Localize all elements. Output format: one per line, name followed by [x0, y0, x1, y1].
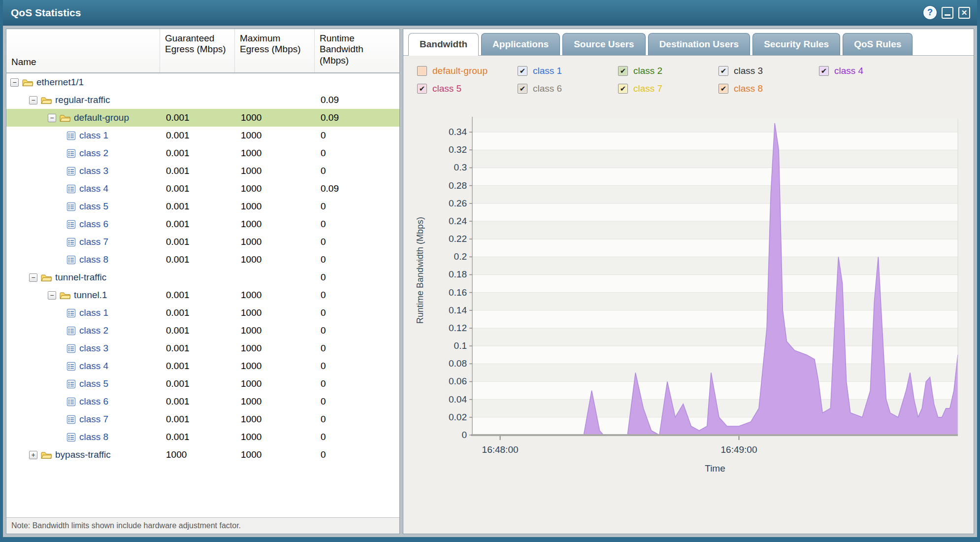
- tab-destination-users[interactable]: Destination Users: [648, 33, 751, 55]
- svg-text:16:48:00: 16:48:00: [482, 444, 519, 455]
- tree-item-label: class 3: [79, 166, 108, 176]
- window-title: QoS Statistics: [11, 7, 81, 19]
- table-row[interactable]: class 50.00110000: [6, 198, 399, 215]
- tab-security-rules[interactable]: Security Rules: [752, 33, 840, 55]
- table-row[interactable]: class 70.00110000: [6, 410, 399, 428]
- tab-source-users[interactable]: Source Users: [562, 33, 646, 55]
- guaranteed-egress-value: 0.001: [160, 201, 235, 212]
- table-row[interactable]: class 40.00110000: [6, 357, 399, 375]
- svg-text:0.3: 0.3: [454, 162, 467, 172]
- table-row[interactable]: class 80.00110000: [6, 428, 399, 446]
- checkbox[interactable]: [417, 66, 427, 76]
- class-icon: [66, 255, 76, 265]
- collapse-icon[interactable]: −: [29, 273, 37, 282]
- legend-item-class-6[interactable]: ✔class 6: [518, 83, 618, 94]
- tree-item-label: class 7: [79, 237, 108, 247]
- column-header-maximum-egress: Maximum Egress (Mbps): [235, 29, 315, 72]
- table-row[interactable]: class 60.00110000: [6, 393, 399, 410]
- tree-item-label: class 4: [79, 361, 108, 372]
- legend-item-class-7[interactable]: ✔class 7: [618, 83, 719, 94]
- table-row[interactable]: class 10.00110000: [6, 304, 399, 322]
- guaranteed-egress-value: 0.001: [160, 396, 235, 407]
- bandwidth-chart-svg: 00.020.040.060.080.10.120.140.160.180.20…: [427, 104, 961, 496]
- guaranteed-egress-value: 0.001: [160, 130, 235, 141]
- tree-item-label: class 3: [79, 343, 108, 354]
- svg-text:0.02: 0.02: [449, 412, 467, 422]
- svg-text:16:49:00: 16:49:00: [721, 444, 757, 455]
- table-row[interactable]: class 20.00110000: [6, 144, 399, 162]
- tree-item: class 8: [6, 254, 160, 265]
- checkbox[interactable]: ✔: [719, 84, 728, 94]
- table-row[interactable]: class 80.00110000: [6, 251, 399, 269]
- guaranteed-egress-value: 0.001: [160, 414, 235, 425]
- guaranteed-egress-value: 0.001: [160, 378, 235, 389]
- legend-label: class 3: [734, 66, 763, 76]
- svg-text:0.22: 0.22: [449, 234, 467, 244]
- table-row[interactable]: class 50.00110000: [6, 375, 399, 393]
- tree-item: −ethernet1/1: [6, 77, 160, 88]
- svg-text:0.2: 0.2: [454, 251, 467, 262]
- checkbox[interactable]: ✔: [518, 84, 527, 94]
- minimize-button[interactable]: [942, 7, 953, 19]
- checkbox[interactable]: ✔: [417, 84, 427, 94]
- collapse-icon[interactable]: −: [48, 114, 56, 122]
- runtime-bandwidth-value: 0: [315, 432, 399, 442]
- checkbox[interactable]: ✔: [819, 66, 829, 76]
- tab-applications[interactable]: Applications: [481, 33, 560, 55]
- table-row[interactable]: +bypass-traffic100010000: [6, 446, 399, 464]
- legend-item-class-8[interactable]: ✔class 8: [719, 83, 819, 94]
- expand-icon[interactable]: +: [29, 451, 37, 459]
- tree-item: +bypass-traffic: [6, 449, 160, 460]
- tab-qos-rules[interactable]: QoS Rules: [843, 33, 913, 55]
- legend-item-class-3[interactable]: ✔class 3: [719, 66, 819, 76]
- legend-item-class-5[interactable]: ✔class 5: [417, 83, 518, 94]
- table-row[interactable]: class 30.00110000: [6, 339, 399, 357]
- svg-text:0.28: 0.28: [449, 180, 467, 191]
- column-header-runtime-bandwidth: Runtime Bandwidth (Mbps): [315, 29, 399, 72]
- class-icon: [66, 326, 76, 336]
- collapse-icon[interactable]: −: [10, 78, 19, 87]
- table-row[interactable]: −regular-traffic0.09: [6, 91, 399, 109]
- guaranteed-egress-value: 0.001: [160, 148, 235, 159]
- table-row[interactable]: −ethernet1/1: [6, 73, 399, 91]
- help-button[interactable]: ?: [923, 6, 937, 19]
- qos-tree-panel: Name Guaranteed Egress (Mbps) Maximum Eg…: [6, 29, 400, 534]
- runtime-bandwidth-value: 0.09: [315, 112, 399, 123]
- collapse-icon[interactable]: −: [48, 291, 56, 300]
- table-row[interactable]: class 30.00110000: [6, 162, 399, 180]
- runtime-bandwidth-value: 0: [315, 201, 399, 212]
- tree-item: class 4: [6, 183, 160, 194]
- class-icon: [66, 202, 76, 211]
- table-row[interactable]: −tunnel.10.00110000: [6, 286, 399, 304]
- class-icon: [66, 397, 76, 406]
- maximum-egress-value: 1000: [235, 449, 315, 460]
- legend-item-default-group[interactable]: default-group: [417, 66, 518, 76]
- class-icon: [66, 415, 76, 424]
- table-row[interactable]: −default-group0.00110000.09: [6, 109, 399, 127]
- table-row[interactable]: class 70.00110000: [6, 233, 399, 251]
- legend-item-class-1[interactable]: ✔class 1: [518, 66, 618, 76]
- table-row[interactable]: class 10.00110000: [6, 127, 399, 144]
- tree-item-label: class 6: [79, 396, 108, 407]
- table-row[interactable]: −tunnel-traffic0: [6, 269, 399, 286]
- table-row[interactable]: class 20.00110000: [6, 322, 399, 339]
- checkbox[interactable]: ✔: [518, 66, 527, 76]
- svg-text:0.08: 0.08: [449, 358, 467, 369]
- folder-icon: [41, 96, 52, 104]
- checkbox[interactable]: ✔: [618, 66, 628, 76]
- checkbox[interactable]: ✔: [618, 84, 628, 94]
- tab-bandwidth[interactable]: Bandwidth: [408, 33, 479, 56]
- table-row[interactable]: class 40.00110000.09: [6, 180, 399, 198]
- close-button[interactable]: ✕: [958, 7, 970, 19]
- checkbox[interactable]: ✔: [719, 66, 728, 76]
- tree-item-label: regular-traffic: [55, 95, 110, 105]
- help-icon: ?: [927, 7, 933, 18]
- legend-item-class-2[interactable]: ✔class 2: [618, 66, 719, 76]
- legend-item-class-4[interactable]: ✔class 4: [819, 66, 919, 76]
- collapse-icon[interactable]: −: [29, 96, 37, 104]
- tree-item: class 2: [6, 325, 160, 336]
- table-row[interactable]: class 60.00110000: [6, 215, 399, 233]
- maximum-egress-value: 1000: [235, 432, 315, 442]
- tree-item: class 3: [6, 166, 160, 176]
- guaranteed-egress-value: 1000: [160, 449, 235, 460]
